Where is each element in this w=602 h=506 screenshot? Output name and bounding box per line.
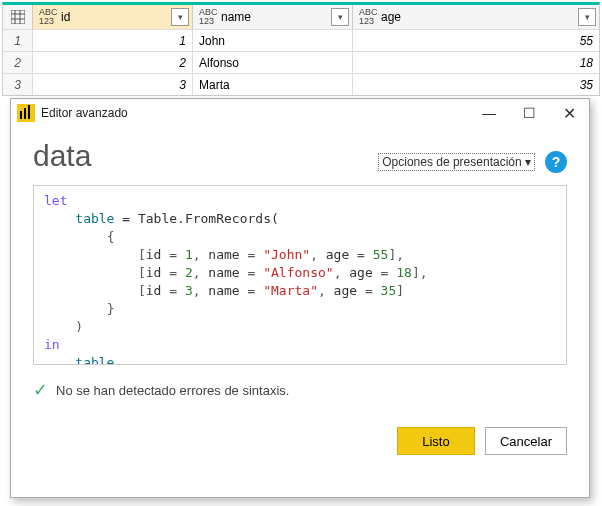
cell-age[interactable]: 35 <box>353 74 599 95</box>
table-row[interactable]: 3 3 Marta 35 <box>3 73 599 95</box>
check-icon: ✓ <box>33 379 48 401</box>
column-name: age <box>381 10 578 24</box>
dialog-titlebar[interactable]: Editor avanzado — ☐ ✕ <box>11 99 589 127</box>
cell-id[interactable]: 1 <box>33 30 193 51</box>
column-header-id[interactable]: ABC123 id ▾ <box>33 5 193 29</box>
grid-corner[interactable] <box>3 5 33 29</box>
type-icon: ABC123 <box>359 8 377 26</box>
table-row[interactable]: 2 2 Alfonso 18 <box>3 51 599 73</box>
cell-name[interactable]: Marta <box>193 74 353 95</box>
cancel-button[interactable]: Cancelar <box>485 427 567 455</box>
column-filter-dropdown[interactable]: ▾ <box>578 8 596 26</box>
type-icon: ABC123 <box>39 8 57 26</box>
syntax-status: ✓ No se han detectado errores de sintaxi… <box>33 379 567 401</box>
presentation-options-dropdown[interactable]: Opciones de presentación ▾ <box>378 153 535 171</box>
help-button[interactable]: ? <box>545 151 567 173</box>
powerbi-icon <box>17 104 35 122</box>
row-number: 3 <box>3 74 33 95</box>
column-filter-dropdown[interactable]: ▾ <box>331 8 349 26</box>
column-name: id <box>61 10 171 24</box>
type-icon: ABC123 <box>199 8 217 26</box>
cell-age[interactable]: 18 <box>353 52 599 73</box>
cell-age[interactable]: 55 <box>353 30 599 51</box>
column-header-age[interactable]: ABC123 age ▾ <box>353 5 599 29</box>
query-name: data <box>33 139 91 173</box>
column-name: name <box>221 10 331 24</box>
cell-id[interactable]: 2 <box>33 52 193 73</box>
grid-header: ABC123 id ▾ ABC123 name ▾ ABC123 age ▾ <box>3 5 599 29</box>
table-row[interactable]: 1 1 John 55 <box>3 29 599 51</box>
cell-id[interactable]: 3 <box>33 74 193 95</box>
table-icon <box>11 10 25 24</box>
svg-rect-0 <box>11 10 25 24</box>
cell-name[interactable]: Alfonso <box>193 52 353 73</box>
data-grid: ABC123 id ▾ ABC123 name ▾ ABC123 age ▾ 1… <box>2 2 600 96</box>
column-header-name[interactable]: ABC123 name ▾ <box>193 5 353 29</box>
cell-name[interactable]: John <box>193 30 353 51</box>
advanced-editor-dialog: Editor avanzado — ☐ ✕ data Opciones de p… <box>10 98 590 498</box>
column-filter-dropdown[interactable]: ▾ <box>171 8 189 26</box>
done-button[interactable]: Listo <box>397 427 475 455</box>
status-text: No se han detectado errores de sintaxis. <box>56 383 289 398</box>
minimize-button[interactable]: — <box>469 99 509 127</box>
dialog-title: Editor avanzado <box>41 106 128 120</box>
maximize-button[interactable]: ☐ <box>509 99 549 127</box>
row-number: 1 <box>3 30 33 51</box>
code-editor[interactable]: let table = Table.FromRecords( { [id = 1… <box>33 185 567 365</box>
close-button[interactable]: ✕ <box>549 99 589 127</box>
row-number: 2 <box>3 52 33 73</box>
